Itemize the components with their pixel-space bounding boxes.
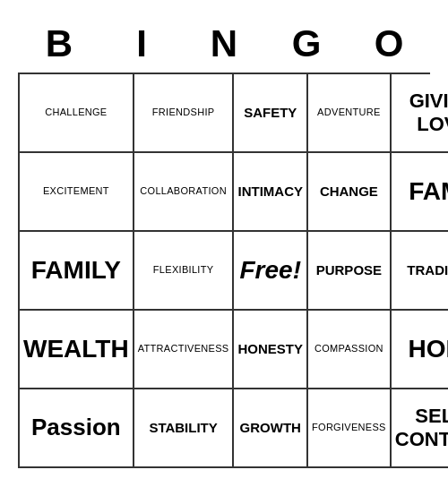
cell-text: FAMILY (31, 255, 121, 286)
bingo-header: BINGO (18, 19, 430, 73)
bingo-letter: O (348, 19, 430, 73)
cell-text: WEALTH (23, 334, 129, 364)
cell-text: FRIENDSHIP (152, 107, 215, 118)
bingo-cell: HONESTY (234, 311, 308, 389)
bingo-cell: GIVING LOVE (392, 74, 448, 153)
cell-text: ATTRACTIVENESS (138, 343, 229, 355)
cell-text: Free! (240, 255, 301, 286)
bingo-cell: FRIENDSHIP (134, 74, 235, 153)
bingo-cell: ATTRACTIVENESS (134, 311, 235, 389)
bingo-cell: SAFETY (234, 74, 308, 153)
bingo-cell: SELF-CONTROL (392, 389, 448, 468)
cell-text: SELF-CONTROL (395, 405, 448, 452)
cell-text: HONESTY (237, 341, 303, 357)
cell-text: PURPOSE (316, 262, 382, 278)
cell-text: EXCITEMENT (43, 185, 109, 197)
bingo-letter: N (183, 19, 265, 73)
cell-text: FLEXIBILITY (153, 264, 214, 276)
cell-text: COLLABORATION (140, 185, 227, 197)
cell-text: CHANGE (320, 184, 378, 200)
bingo-cell: TRADITION (392, 232, 448, 311)
bingo-cell: GROWTH (234, 389, 308, 468)
cell-text: FAME (409, 176, 448, 207)
bingo-cell: STABILITY (134, 389, 235, 468)
bingo-cell: FAME (392, 153, 448, 232)
bingo-cell: COLLABORATION (134, 153, 235, 232)
cell-text: STABILITY (149, 420, 217, 436)
bingo-cell: COMPASSION (308, 311, 392, 389)
bingo-cell: EXCITEMENT (20, 153, 134, 232)
bingo-cell: HOPE (392, 311, 448, 389)
bingo-card: BINGO CHALLENGEFRIENDSHIPSAFETYADVENTURE… (9, 10, 439, 477)
bingo-cell: FORGIVENESS (308, 389, 392, 468)
cell-text: CHALLENGE (45, 107, 107, 118)
bingo-cell: WEALTH (20, 311, 134, 389)
bingo-cell: Passion (20, 389, 134, 468)
bingo-cell: Free! (234, 232, 308, 311)
cell-text: COMPASSION (314, 343, 383, 355)
cell-text: GROWTH (240, 420, 301, 436)
bingo-cell: PURPOSE (308, 232, 392, 311)
cell-text: HOPE (408, 334, 448, 364)
cell-text: TRADITION (407, 262, 448, 278)
bingo-letter: I (100, 19, 183, 73)
bingo-cell: CHANGE (308, 153, 392, 232)
bingo-cell: ADVENTURE (308, 74, 392, 153)
cell-text: INTIMACY (237, 184, 303, 200)
cell-text: GIVING LOVE (395, 90, 448, 137)
bingo-grid: CHALLENGEFRIENDSHIPSAFETYADVENTUREGIVING… (18, 73, 430, 468)
cell-text: Passion (31, 414, 121, 441)
cell-text: SAFETY (244, 105, 297, 121)
bingo-cell: FLEXIBILITY (134, 232, 235, 311)
cell-text: FORGIVENESS (312, 422, 386, 433)
bingo-cell: INTIMACY (234, 153, 308, 232)
bingo-cell: FAMILY (20, 232, 134, 311)
bingo-letter: G (265, 19, 348, 73)
cell-text: ADVENTURE (317, 107, 381, 118)
bingo-letter: B (18, 19, 100, 73)
bingo-cell: CHALLENGE (20, 74, 134, 153)
